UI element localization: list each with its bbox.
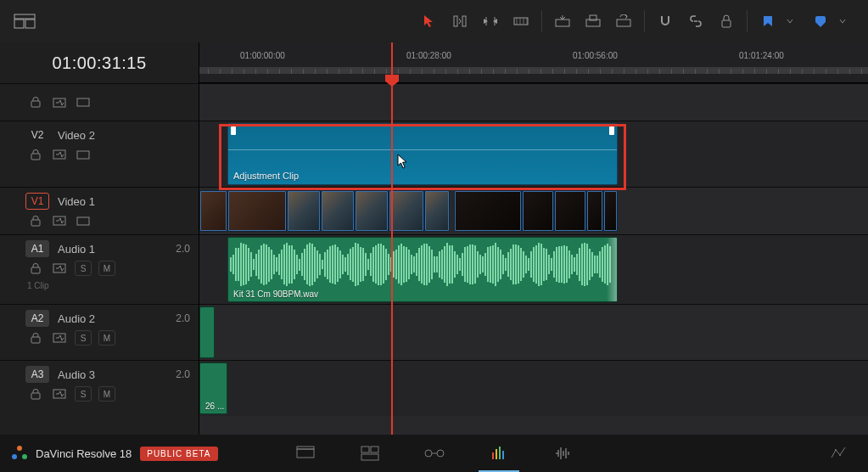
tab-fairlight-icon[interactable] — [548, 438, 579, 469]
tab-color-icon[interactable] — [484, 438, 514, 469]
timeline-view-options-icon[interactable] — [10, 11, 39, 31]
track-id-a2[interactable]: A2 — [25, 310, 49, 327]
blade-tool-icon[interactable] — [509, 9, 533, 33]
auto-track-selector-icon[interactable] — [51, 386, 68, 402]
lane-v2[interactable]: Adjustment Clip — [199, 121, 868, 187]
svg-rect-6 — [556, 20, 569, 26]
mute-button[interactable]: M — [98, 261, 115, 276]
solo-button[interactable]: S — [75, 386, 92, 402]
audio-clip-a2[interactable] — [199, 306, 215, 358]
waveform — [202, 311, 212, 344]
beta-badge: PUBLIC BETA — [140, 447, 217, 461]
video-clip[interactable] — [522, 190, 554, 232]
overwrite-clip-icon[interactable] — [581, 9, 605, 33]
track-header-column: 01:00:31:15 V2 Video 2 V1 — [0, 42, 199, 435]
tab-deliver-icon[interactable] — [829, 445, 868, 463]
video-clip[interactable] — [424, 190, 450, 232]
main-area: 01:00:31:15 V2 Video 2 V1 — [0, 42, 868, 435]
track-id-v1[interactable]: V1 — [25, 193, 49, 210]
linked-selection-icon[interactable] — [684, 9, 708, 33]
lock-icon[interactable] — [27, 147, 44, 162]
track-label-a2: Audio 2 — [58, 312, 95, 325]
solo-button[interactable]: S — [75, 330, 92, 346]
solo-button[interactable]: S — [75, 261, 92, 276]
ruler-scrollbar[interactable] — [199, 67, 868, 74]
video-clip[interactable] — [227, 190, 287, 232]
lock-icon[interactable] — [27, 261, 44, 276]
track-display-icon[interactable] — [75, 95, 92, 110]
lock-icon[interactable] — [27, 330, 44, 346]
flag-dropdown-icon[interactable] — [778, 9, 802, 33]
lane-a3[interactable]: 26 ... — [199, 360, 868, 416]
track-header-a2[interactable]: A2 Audio 2 2.0 S M — [0, 304, 199, 360]
tab-cut-icon[interactable] — [290, 438, 321, 469]
track-id-a1[interactable]: A1 — [25, 240, 49, 257]
auto-track-selector-icon[interactable] — [51, 261, 68, 276]
adjustment-clip[interactable]: Adjustment Clip — [227, 123, 618, 185]
master-timecode: 01:00:31:15 — [0, 42, 199, 83]
video-clip[interactable] — [554, 190, 586, 232]
lock-icon[interactable] — [27, 386, 44, 402]
track-header-a1[interactable]: A1 Audio 1 2.0 S M 1 Clip — [0, 234, 199, 304]
fade-handle[interactable] — [607, 238, 617, 301]
track-volume-a2: 2.0 — [176, 312, 190, 324]
svg-rect-27 — [297, 447, 314, 449]
video-clip[interactable] — [454, 190, 522, 232]
flag-icon[interactable] — [756, 9, 780, 33]
lock-icon[interactable] — [27, 95, 44, 110]
marker-dropdown-icon[interactable] — [831, 9, 854, 33]
selection-tool-icon[interactable] — [417, 9, 441, 33]
video-clip[interactable] — [603, 190, 618, 232]
lane-a1[interactable]: Kit 31 Cm 90BPM.wav — [199, 234, 868, 304]
track-id-v2[interactable]: V2 — [25, 126, 49, 143]
auto-track-selector-icon[interactable] — [51, 330, 68, 346]
auto-track-selector-icon[interactable] — [51, 147, 68, 162]
auto-track-selector-icon[interactable] — [51, 95, 68, 110]
svg-rect-36 — [502, 451, 504, 459]
svg-rect-17 — [31, 220, 40, 226]
audio-clip-a3-label: 26 ... — [205, 402, 224, 411]
track-header-a3[interactable]: A3 Audio 3 2.0 S M — [0, 360, 199, 416]
timeline-ruler[interactable]: 01:00:00:0001:00:28:0001:00:56:0001:01:2… — [199, 42, 868, 83]
video-clip[interactable] — [287, 190, 321, 232]
video-clip[interactable] — [355, 190, 389, 232]
tab-fusion-icon[interactable] — [419, 438, 450, 469]
timeline[interactable]: 01:00:00:0001:00:28:0001:00:56:0001:01:2… — [199, 42, 868, 435]
track-id-a3[interactable]: A3 — [25, 366, 49, 383]
video-clip[interactable] — [586, 190, 603, 232]
dynamic-trim-tool-icon[interactable] — [479, 9, 502, 33]
svg-rect-5 — [514, 18, 528, 25]
svg-rect-34 — [496, 449, 497, 459]
position-lock-icon[interactable] — [714, 9, 738, 33]
replace-clip-icon[interactable] — [612, 9, 636, 33]
track-header-v2[interactable]: V2 Video 2 — [0, 121, 199, 187]
video-clip[interactable] — [321, 190, 355, 232]
tab-edit-icon[interactable] — [355, 438, 385, 469]
track-display-icon[interactable] — [75, 147, 92, 162]
insert-clip-icon[interactable] — [551, 9, 574, 33]
snapping-icon[interactable] — [653, 9, 677, 33]
svg-rect-14 — [31, 154, 40, 160]
lane-a2[interactable] — [199, 304, 868, 360]
audio-clip-a1[interactable]: Kit 31 Cm 90BPM.wav — [227, 237, 618, 302]
mute-button[interactable]: M — [98, 386, 115, 402]
lane-v1[interactable] — [199, 187, 868, 234]
svg-rect-1 — [14, 20, 24, 28]
trim-edit-tool-icon[interactable] — [448, 9, 472, 33]
clip-handle-left-icon[interactable] — [231, 126, 236, 135]
lock-icon[interactable] — [27, 213, 44, 228]
svg-rect-16 — [77, 151, 89, 159]
marker-icon[interactable] — [809, 9, 832, 33]
clip-handle-right-icon[interactable] — [609, 126, 614, 135]
track-display-icon[interactable] — [75, 213, 92, 228]
ruler-tick: 01:00:28:00 — [406, 51, 451, 60]
auto-track-selector-icon[interactable] — [51, 213, 68, 228]
video-clip[interactable] — [199, 190, 227, 232]
track-header-v1[interactable]: V1 Video 1 — [0, 187, 199, 234]
audio-clip-a3[interactable]: 26 ... — [199, 362, 227, 414]
svg-rect-2 — [25, 20, 35, 28]
video-clip[interactable] — [389, 190, 424, 232]
timeline-body[interactable]: Adjustment Clip Kit 31 Cm 90BPM.wav — [199, 83, 868, 435]
mute-button[interactable]: M — [98, 330, 115, 346]
lane-extra-video[interactable] — [199, 83, 868, 121]
